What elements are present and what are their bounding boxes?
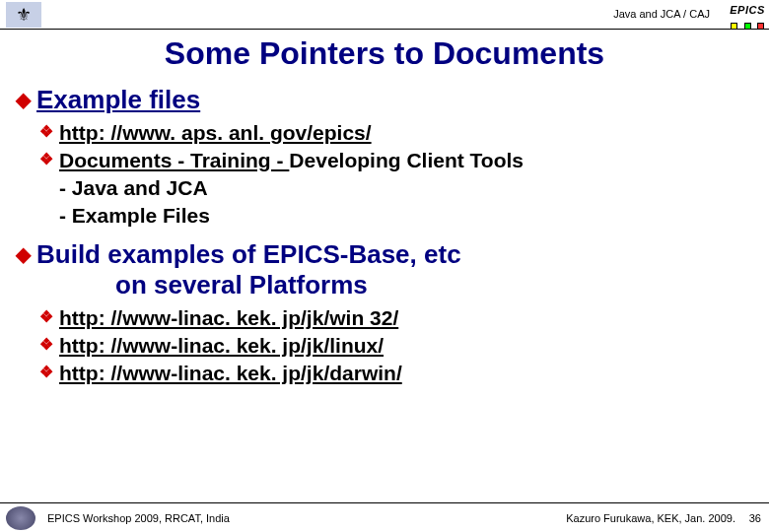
fourpoint-bullet-icon: ❖ xyxy=(39,332,53,358)
fourpoint-bullet-icon: ❖ xyxy=(39,147,53,172)
link-text: Documents - Training - xyxy=(59,149,289,171)
heading-build-examples: ◆ Build examples of EPICS-Base, etc on s… xyxy=(16,239,739,300)
diamond-bullet-icon: ◆ xyxy=(16,85,31,114)
slide-content: ◆ Example files ❖ http: //www. aps. anl.… xyxy=(16,79,739,387)
fourpoint-bullet-icon: ❖ xyxy=(39,360,53,385)
link-linux[interactable]: ❖ http: //www-linac. kek. jp/jk/linux/ xyxy=(39,332,739,360)
epics-logo: EPICS xyxy=(730,4,765,33)
epics-logo-text: EPICS xyxy=(730,4,765,16)
link-documents-training[interactable]: ❖ Documents - Training - Developing Clie… xyxy=(39,147,739,174)
link-text: http: //www-linac. kek. jp/jk/win 32/ xyxy=(59,306,398,329)
link-darwin[interactable]: ❖ http: //www-linac. kek. jp/jk/darwin/ xyxy=(39,360,739,387)
subitem-java-jca: - Java and JCA xyxy=(59,174,739,202)
logo-square-icon xyxy=(744,23,751,30)
heading-text: Build examples of EPICS-Base, etc on sev… xyxy=(36,239,739,300)
logo-square-icon xyxy=(731,23,737,30)
link-aps-anl[interactable]: ❖ http: //www. aps. anl. gov/epics/ xyxy=(39,119,739,147)
link-win32[interactable]: ❖ http: //www-linac. kek. jp/jk/win 32/ xyxy=(39,304,739,332)
plain-text: Developing Client Tools xyxy=(289,149,524,171)
footer-left-text: EPICS Workshop 2009, RRCAT, India xyxy=(47,512,230,524)
example-files-items: ❖ http: //www. aps. anl. gov/epics/ ❖ Do… xyxy=(39,119,739,230)
fourpoint-bullet-icon: ❖ xyxy=(39,119,53,145)
build-examples-items: ❖ http: //www-linac. kek. jp/jk/win 32/ … xyxy=(39,304,739,387)
logo-square-icon xyxy=(757,23,764,30)
globe-icon xyxy=(6,506,35,530)
footer-bar: EPICS Workshop 2009, RRCAT, India Kazuro… xyxy=(0,502,769,532)
link-text: http: //www-linac. kek. jp/jk/linux/ xyxy=(59,334,384,357)
slide-title: Some Pointers to Documents xyxy=(0,35,769,72)
heading-example-files: ◆ Example files xyxy=(16,85,739,115)
heading-text: Example files xyxy=(36,85,739,115)
breadcrumb: Java and JCA / CAJ xyxy=(613,8,710,20)
emblem-icon: ⚜ xyxy=(6,2,41,28)
subitem-example-files: - Example Files xyxy=(59,202,739,230)
link-text: http: //www. aps. anl. gov/epics/ xyxy=(59,121,372,144)
page-number: 36 xyxy=(749,512,761,524)
link-text: http: //www-linac. kek. jp/jk/darwin/ xyxy=(59,362,402,384)
footer-right-text: Kazuro Furukawa, KEK, Jan. 2009. xyxy=(566,512,735,524)
diamond-bullet-icon: ◆ xyxy=(16,239,31,269)
fourpoint-bullet-icon: ❖ xyxy=(39,304,53,330)
top-bar: ⚜ Java and JCA / CAJ EPICS xyxy=(0,0,769,30)
